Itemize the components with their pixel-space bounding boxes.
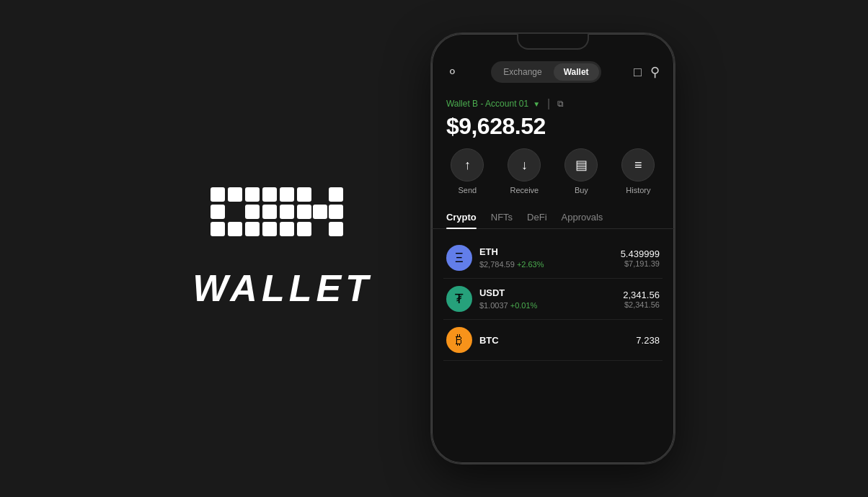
exchange-tab[interactable]: Exchange	[493, 63, 552, 81]
phone-mockup: ⚬ Exchange Wallet □ ⚲ Wallet B - Account…	[430, 32, 676, 465]
send-circle: ↑	[451, 148, 484, 182]
phone-notch	[517, 34, 589, 50]
svg-rect-19	[297, 222, 311, 236]
wallet-logo-text: WALLET	[192, 267, 373, 310]
left-section: WALLET	[192, 187, 373, 310]
search-icon[interactable]: ⚲	[650, 64, 660, 80]
account-section: Wallet B - Account 01 ▼ | ⧉ $9,628.52	[432, 91, 674, 140]
balance-display: $9,628.52	[446, 113, 660, 140]
eth-symbol: ETH	[479, 246, 621, 257]
divider: |	[547, 97, 550, 110]
eth-amount: 5.439999	[621, 248, 660, 259]
svg-rect-17	[313, 205, 327, 219]
asset-tabs: Crypto NFTs DeFi Approvals	[432, 206, 674, 229]
history-circle: ≡	[621, 148, 655, 182]
eth-icon: Ξ	[446, 245, 472, 271]
usdt-amount: 2,341.56	[623, 290, 660, 300]
svg-rect-2	[245, 187, 260, 202]
svg-rect-3	[211, 205, 225, 219]
tab-approvals[interactable]: Approvals	[562, 206, 603, 228]
svg-rect-1	[228, 187, 242, 202]
wallet-tab[interactable]: Wallet	[554, 63, 599, 81]
svg-rect-8	[262, 187, 277, 202]
usdt-price: $1.0037	[479, 301, 510, 310]
svg-rect-10	[262, 205, 277, 219]
okx-icon-svg	[211, 187, 355, 267]
history-button[interactable]: ≡ History	[621, 148, 655, 194]
send-button[interactable]: ↑ Send	[451, 148, 484, 194]
page-container: WALLET ⚬ Exchange Wallet □ ⚲	[0, 0, 868, 497]
svg-rect-15	[329, 187, 343, 202]
svg-rect-13	[280, 222, 294, 236]
asset-item-usdt[interactable]: ₮ USDT $1.0037 +0.01% 2,341.56 $2,341.56	[443, 279, 663, 320]
svg-rect-0	[211, 187, 225, 202]
eth-price: $2,784.59	[479, 260, 517, 269]
history-label: History	[626, 186, 650, 194]
copy-icon[interactable]: ⧉	[557, 99, 564, 109]
profile-icon[interactable]: ⚬	[446, 63, 459, 81]
svg-rect-9	[280, 187, 294, 202]
eth-change: +2.63%	[517, 260, 544, 269]
svg-rect-5	[211, 222, 225, 236]
btc-amount: 7.238	[636, 335, 660, 346]
usdt-symbol: USDT	[479, 287, 623, 298]
buy-label: Buy	[575, 186, 588, 194]
tab-defi[interactable]: DeFi	[527, 206, 546, 228]
asset-item-btc[interactable]: ₿ BTC 7.238	[443, 320, 663, 361]
svg-rect-12	[262, 222, 277, 236]
dropdown-icon[interactable]: ▼	[533, 100, 540, 108]
eth-values: 5.439999 $7,191.39	[621, 248, 660, 268]
top-nav: ⚬ Exchange Wallet □ ⚲	[432, 55, 674, 91]
usdt-info: USDT $1.0037 +0.01%	[479, 287, 623, 311]
action-buttons: ↑ Send ↓ Receive ▤ Buy ≡ History	[432, 148, 674, 206]
eth-info: ETH $2,784.59 +2.63%	[479, 246, 621, 270]
asset-item-eth[interactable]: Ξ ETH $2,784.59 +2.63% 5.439999 $7,191.3…	[443, 238, 663, 279]
svg-rect-20	[329, 222, 343, 236]
account-label: Wallet B - Account 01 ▼ | ⧉	[446, 97, 660, 110]
tab-nfts[interactable]: NFTs	[491, 206, 513, 228]
svg-rect-6	[228, 222, 242, 236]
btc-symbol: BTC	[479, 335, 636, 346]
receive-label: Receive	[510, 186, 539, 194]
svg-rect-18	[329, 205, 343, 219]
phone-content: ⚬ Exchange Wallet □ ⚲ Wallet B - Account…	[432, 34, 674, 463]
right-section: ⚬ Exchange Wallet □ ⚲ Wallet B - Account…	[430, 32, 676, 465]
btc-icon: ₿	[446, 327, 472, 353]
receive-button[interactable]: ↓ Receive	[508, 148, 541, 194]
tab-crypto[interactable]: Crypto	[446, 206, 477, 228]
svg-rect-16	[297, 205, 311, 219]
usdt-usd: $2,341.56	[623, 300, 660, 309]
btc-info: BTC	[479, 335, 636, 346]
svg-rect-4	[245, 205, 260, 219]
receive-circle: ↓	[508, 148, 541, 182]
buy-button[interactable]: ▤ Buy	[564, 148, 598, 194]
usdt-values: 2,341.56 $2,341.56	[623, 290, 660, 309]
eth-usd: $7,191.39	[621, 259, 660, 268]
svg-rect-11	[280, 205, 294, 219]
svg-rect-14	[297, 187, 311, 202]
usdt-icon: ₮	[446, 286, 472, 312]
usdt-change: +0.01%	[510, 301, 538, 310]
okx-logo: WALLET	[192, 187, 373, 310]
account-name: Wallet B - Account 01	[446, 99, 528, 109]
asset-list: Ξ ETH $2,784.59 +2.63% 5.439999 $7,191.3…	[432, 238, 674, 361]
nav-right-icons: □ ⚲	[634, 64, 660, 80]
send-label: Send	[459, 186, 477, 194]
svg-rect-7	[245, 222, 260, 236]
btc-values: 7.238	[636, 335, 660, 346]
message-icon[interactable]: □	[634, 65, 642, 80]
buy-circle: ▤	[564, 148, 598, 182]
nav-tabs: Exchange Wallet	[491, 61, 601, 83]
